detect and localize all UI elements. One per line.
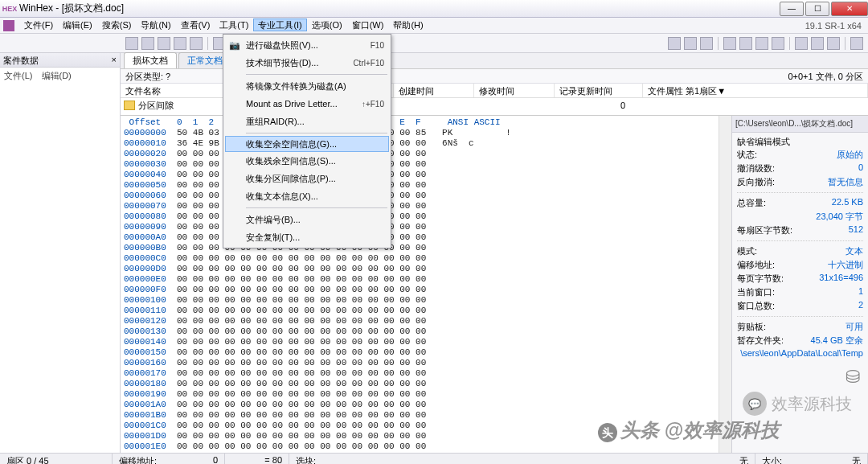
- info-key: 暂存文件夹:: [737, 335, 784, 347]
- info-row: 每扇区字节数:512: [737, 224, 863, 237]
- menu-item[interactable]: 将镜像文件转换为磁盘(A): [225, 77, 389, 95]
- tool-props-icon[interactable]: [190, 37, 203, 50]
- info-value: 22.5 KB: [832, 197, 863, 209]
- info-key: 状态:: [737, 149, 757, 161]
- col-modified[interactable]: 修改时间: [474, 84, 555, 97]
- menu-2[interactable]: 搜索(S): [97, 18, 137, 31]
- status-eq: = 80: [225, 454, 289, 464]
- tool-open-icon[interactable]: [141, 37, 154, 50]
- menu-8[interactable]: 窗口(W): [347, 18, 389, 31]
- row-sector: 0: [620, 101, 625, 110]
- info-row: 总容量:22.5 KB: [737, 196, 863, 210]
- menu-item-label: 安全复制(T)...: [246, 232, 300, 244]
- col-attr[interactable]: 文件属性 第1扇区▼: [643, 84, 868, 97]
- info-row: 窗口总数:2: [737, 299, 863, 313]
- version-label: 19.1 SR-1 x64: [805, 21, 865, 31]
- tool-ascii-icon[interactable]: [811, 37, 824, 50]
- case-data-close-icon[interactable]: ×: [112, 55, 117, 65]
- tool-print-icon[interactable]: [174, 37, 186, 50]
- disk-icon: ⛁: [732, 362, 868, 392]
- menu-separator: [246, 207, 387, 208]
- tool-gear-icon[interactable]: [772, 37, 784, 50]
- menu-item[interactable]: Mount as Drive Letter...↑+F10: [225, 95, 389, 113]
- titlebar: HEX WinHex - [损坏文档.doc] — ☐ ✕: [0, 0, 868, 18]
- status-block: 选块: 无: [289, 454, 755, 464]
- tool-save-icon[interactable]: [158, 37, 170, 50]
- status-sector: 扇区 0 / 45: [0, 454, 113, 464]
- tool-arrow-icon[interactable]: [668, 37, 681, 50]
- info-key: 偏移地址:: [737, 259, 775, 271]
- info-key: 撤消级数:: [737, 162, 775, 175]
- info-row: 反向撤消:暂无信息: [737, 175, 863, 189]
- toolbar-sep3: [789, 37, 790, 50]
- menu-9[interactable]: 帮助(H): [388, 18, 428, 31]
- info-row: 偏移地址:十六进制: [737, 258, 863, 272]
- minimize-button[interactable]: —: [780, 2, 804, 16]
- menu-item-label: 将镜像文件转换为磁盘(A): [246, 80, 346, 92]
- menu-item[interactable]: 收集空余空间信息(G)...: [225, 136, 389, 152]
- info-row: 模式:文本: [737, 244, 863, 258]
- menu-6[interactable]: 专业工具(I): [253, 18, 306, 31]
- tool-help-icon[interactable]: [850, 37, 863, 50]
- col-created[interactable]: 创建时间: [394, 84, 474, 97]
- info-value: 512: [849, 224, 863, 236]
- info-row: 剪贴板:可用: [737, 320, 863, 334]
- hex-view[interactable]: Offset 0 1 2 3 4 5 6 7 8 9 A B C D E F A…: [121, 116, 719, 453]
- menu-item[interactable]: 技术细节报告(D)...Ctrl+F10: [225, 54, 389, 72]
- tool-goto-icon[interactable]: [739, 37, 752, 50]
- menu-item-shortcut: ↑+F10: [362, 100, 384, 109]
- close-button[interactable]: ✕: [831, 2, 868, 16]
- info-value: \sers\leon\AppData\Local\Temp: [740, 348, 863, 358]
- info-value: 31x16=496: [819, 273, 863, 285]
- menu-7[interactable]: 选项(O): [307, 18, 347, 31]
- menu-item[interactable]: 文件编号(B)...: [225, 211, 389, 228]
- tool-new-icon[interactable]: [125, 37, 138, 50]
- menu-0[interactable]: 文件(F): [19, 18, 58, 31]
- menu-item[interactable]: 重组RAID(R)...: [225, 113, 389, 130]
- menu-item[interactable]: 安全复制(T)...: [225, 228, 389, 246]
- tool-disk-icon[interactable]: [755, 37, 768, 50]
- toolbar-sep4: [845, 37, 845, 50]
- info-value: 文本: [845, 245, 863, 257]
- menu-item[interactable]: 收集文本信息(X)...: [225, 187, 389, 205]
- menu-item[interactable]: 收集残余空间信息(S)...: [225, 152, 389, 170]
- tool-find-icon[interactable]: [723, 37, 736, 50]
- edit-mode-title: 缺省编辑模式: [737, 136, 863, 148]
- info-value: 1: [858, 286, 863, 298]
- menu-item-label: 收集残余空间信息(S)...: [246, 155, 336, 167]
- app-icon: HEX: [3, 2, 16, 15]
- tool-marker-icon[interactable]: [827, 37, 840, 50]
- tool-hex-icon[interactable]: [795, 37, 808, 50]
- window-title: WinHex - [损坏文档.doc]: [19, 2, 124, 15]
- menu-item-label: 技术细节报告(D)...: [246, 57, 318, 69]
- toolbar: [0, 34, 868, 53]
- file-path: [C:\Users\leon\D...\损坏文档.doc]: [732, 116, 868, 133]
- info-value: 23,040 字节: [816, 211, 863, 223]
- hex-scrollbar[interactable]: [719, 116, 731, 453]
- menu-1[interactable]: 编辑(E): [58, 18, 97, 31]
- menu-item-label: 收集文本信息(X)...: [246, 191, 318, 203]
- watermark-toutiao: 头头条 @效率源科技: [598, 417, 780, 443]
- info-value: 十六进制: [828, 259, 863, 271]
- info-row: 暂存文件夹:45.4 GB 空余: [737, 334, 863, 347]
- status-size: 大小: 无: [755, 454, 868, 464]
- maximize-button[interactable]: ☐: [805, 2, 829, 16]
- sidebar-item-file[interactable]: 文件(L): [4, 71, 32, 80]
- menu-item-shortcut: F10: [371, 41, 384, 50]
- toolbar-sep: [207, 37, 208, 50]
- statusbar: 扇区 0 / 45 偏移地址: 0 = 80 选块: 无 大小: 无: [0, 453, 868, 464]
- menu-5[interactable]: 工具(T): [215, 18, 253, 31]
- menubar: 文件(F)编辑(E)搜索(S)导航(N)查看(V)工具(T)专业工具(I)选项(…: [0, 18, 868, 34]
- sidebar-item-edit[interactable]: 编辑(D): [42, 71, 72, 80]
- menu-item[interactable]: 📷进行磁盘快照(V)...F10: [225, 36, 389, 54]
- menu-item-label: 文件编号(B)...: [246, 214, 301, 226]
- tool-back-icon[interactable]: [684, 37, 697, 50]
- col-record[interactable]: 记录更新时间: [555, 84, 643, 97]
- info-value: 2: [858, 300, 863, 312]
- tab-damaged-doc[interactable]: 损坏文档: [124, 52, 177, 68]
- menu-4[interactable]: 查看(V): [176, 18, 215, 31]
- info-key: 总容量:: [737, 197, 766, 209]
- menu-3[interactable]: 导航(N): [136, 18, 175, 31]
- menu-item[interactable]: 收集分区间隙信息(P)...: [225, 170, 389, 187]
- tool-fwd-icon[interactable]: [700, 37, 713, 50]
